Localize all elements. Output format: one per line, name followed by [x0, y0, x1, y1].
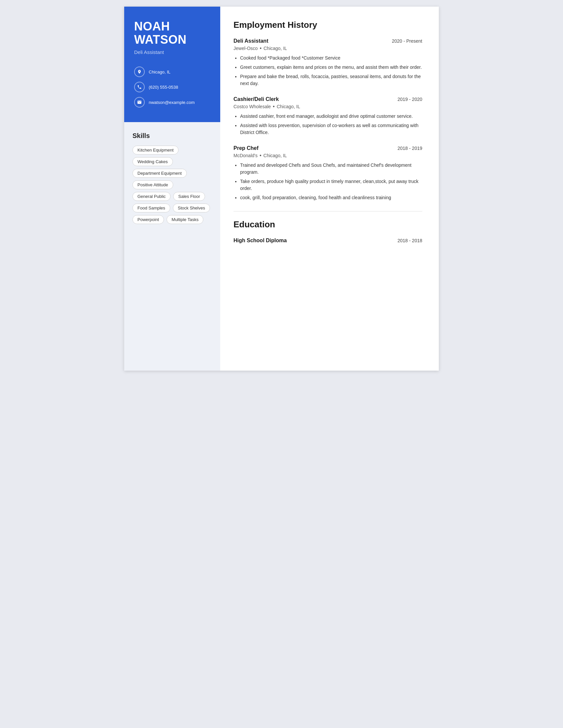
sidebar-header: NOAH WATSON Deli Assistant — [124, 7, 220, 67]
job-meta: Jewel-Osco•Chicago, IL — [233, 45, 422, 51]
job-entry: Deli Assistant2020 - PresentJewel-Osco•C… — [233, 38, 422, 87]
job-header: Prep Chef2018 - 2019 — [233, 145, 422, 151]
employment-section: Employment History Deli Assistant2020 - … — [233, 20, 422, 201]
email-text: nwatson@example.com — [149, 100, 195, 105]
section-divider — [233, 211, 422, 211]
education-section: Education High School Diploma2018 - 2018 — [233, 219, 422, 244]
job-dates: 2018 - 2019 — [398, 146, 422, 151]
sidebar: NOAH WATSON Deli Assistant Chicago, IL — [124, 7, 220, 371]
location-text: Chicago, IL — [149, 69, 170, 74]
job-meta: McDonald's•Chicago, IL — [233, 153, 422, 159]
bullet-item: Assisted with loss prevention, supervisi… — [240, 122, 422, 136]
skill-tag: Positive Attitude — [132, 180, 173, 189]
edu-header: High School Diploma2018 - 2018 — [233, 238, 422, 244]
contact-location: Chicago, IL — [134, 67, 210, 77]
job-dates: 2019 - 2020 — [398, 97, 422, 102]
skill-tag: Department Equipment — [132, 169, 187, 178]
job-entry: Prep Chef2018 - 2019McDonald's•Chicago, … — [233, 145, 422, 201]
job-entry: Cashier/Deli Clerk2019 - 2020Costco Whol… — [233, 96, 422, 136]
education-entry: High School Diploma2018 - 2018 — [233, 238, 422, 244]
skill-tag: Wedding Cakes — [132, 157, 173, 166]
education-list: High School Diploma2018 - 2018 — [233, 238, 422, 244]
education-title: Education — [233, 219, 422, 231]
candidate-name: NOAH WATSON — [134, 20, 210, 46]
bullet-item: Take orders, produce high quality produc… — [240, 178, 422, 192]
skills-heading: Skills — [132, 132, 212, 140]
edu-dates: 2018 - 2018 — [398, 238, 422, 243]
job-header: Cashier/Deli Clerk2019 - 2020 — [233, 96, 422, 102]
skills-list: Kitchen EquipmentWedding CakesDepartment… — [132, 146, 212, 224]
bullet-item: Trained and developed Chefs and Sous Che… — [240, 162, 422, 176]
contact-email: nwatson@example.com — [134, 97, 210, 108]
edu-degree: High School Diploma — [233, 238, 287, 244]
job-title: Deli Assistant — [233, 38, 268, 44]
phone-text: (620) 555-0538 — [149, 85, 178, 90]
job-title: Cashier/Deli Clerk — [233, 96, 279, 102]
sidebar-body: Skills Kitchen EquipmentWedding CakesDep… — [124, 122, 220, 371]
dot-separator: • — [259, 153, 261, 159]
bullet-item: Prepare and bake the bread, rolls, focac… — [240, 73, 422, 87]
bullet-item: Greet customers, explain items and price… — [240, 64, 422, 71]
job-location: Chicago, IL — [263, 153, 287, 158]
job-bullets: Cooked food *Packaged food *Customer Ser… — [233, 55, 422, 87]
job-header: Deli Assistant2020 - Present — [233, 38, 422, 44]
skill-tag: General Public — [132, 192, 170, 201]
skill-tag: Kitchen Equipment — [132, 146, 178, 155]
location-icon — [134, 67, 145, 77]
bullet-item: Cooked food *Packaged food *Customer Ser… — [240, 55, 422, 62]
job-company: Costco Wholesale — [233, 104, 271, 109]
skill-tag: Stock Shelves — [173, 204, 210, 212]
dot-separator: • — [273, 104, 275, 110]
job-company: McDonald's — [233, 153, 258, 158]
job-meta: Costco Wholesale•Chicago, IL — [233, 104, 422, 110]
job-location: Chicago, IL — [276, 104, 300, 109]
job-title: Prep Chef — [233, 145, 258, 151]
dot-separator: • — [259, 45, 261, 51]
bullet-item: Assisted cashier, front end manager, aud… — [240, 113, 422, 120]
skill-tag: Sales Floor — [173, 192, 205, 201]
resume-container: NOAH WATSON Deli Assistant Chicago, IL — [124, 7, 439, 371]
skill-tag: Multiple Tasks — [166, 215, 203, 224]
skill-tag: Food Samples — [132, 204, 170, 212]
phone-icon — [134, 82, 145, 92]
skill-tag: Powerpoint — [132, 215, 164, 224]
employment-title: Employment History — [233, 20, 422, 31]
job-location: Chicago, IL — [263, 46, 287, 51]
email-icon — [134, 97, 145, 108]
job-company: Jewel-Osco — [233, 46, 258, 51]
job-bullets: Trained and developed Chefs and Sous Che… — [233, 162, 422, 201]
main-content: Employment History Deli Assistant2020 - … — [220, 7, 439, 371]
contact-section: Chicago, IL (620) 555-0538 nwatson@examp… — [124, 67, 220, 122]
candidate-title: Deli Assistant — [134, 49, 210, 55]
job-dates: 2020 - Present — [392, 38, 422, 44]
contact-phone: (620) 555-0538 — [134, 82, 210, 92]
jobs-list: Deli Assistant2020 - PresentJewel-Osco•C… — [233, 38, 422, 201]
bullet-item: cook, grill, food preparation, cleaning,… — [240, 194, 422, 201]
job-bullets: Assisted cashier, front end manager, aud… — [233, 113, 422, 136]
